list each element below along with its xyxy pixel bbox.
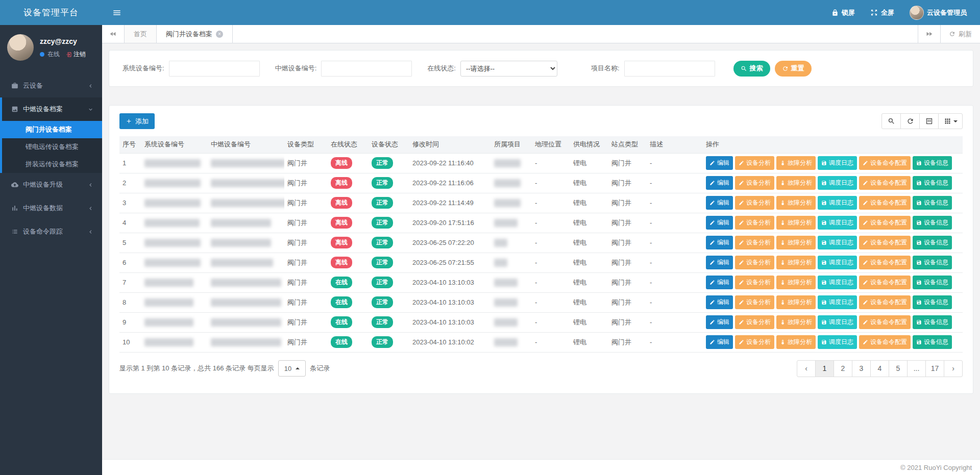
action-info-button[interactable]: 调度日志	[818, 216, 857, 230]
sidebar-subitem[interactable]: 拼装远传设备档案	[2, 156, 102, 173]
action-success-button[interactable]: 设备信息	[913, 276, 952, 289]
sidebar-subitem[interactable]: 锂电远传设备档案	[2, 138, 102, 156]
action-warning-button[interactable]: 设备命令配置	[859, 156, 911, 170]
action-info-button[interactable]: 调度日志	[818, 176, 857, 190]
cn-device-no-input[interactable]	[321, 61, 412, 77]
tab-valve-well-archive[interactable]: 阀门井设备档案 ×	[157, 25, 233, 43]
search-button[interactable]: 搜索	[733, 61, 770, 77]
action-success-button[interactable]: 设备信息	[913, 196, 952, 210]
action-warning-button[interactable]: 故障分析	[776, 295, 816, 309]
action-warning-button[interactable]: 设备分析	[735, 216, 774, 230]
action-info-button[interactable]: 调度日志	[818, 196, 857, 210]
action-warning-button[interactable]: 设备分析	[735, 315, 774, 329]
action-warning-button[interactable]: 设备分析	[735, 276, 774, 289]
sidebar-item[interactable]: 云设备	[0, 74, 102, 97]
project-name-input[interactable]	[624, 61, 715, 77]
action-primary-button[interactable]: 编辑	[706, 196, 733, 210]
action-success-button[interactable]: 设备信息	[913, 176, 952, 190]
avatar[interactable]	[7, 34, 34, 61]
table-search-button[interactable]	[881, 113, 901, 129]
action-warning-button[interactable]: 设备命令配置	[859, 256, 911, 269]
action-success-button[interactable]: 设备信息	[913, 156, 952, 170]
action-warning-button[interactable]: 设备命令配置	[859, 335, 911, 349]
page-button[interactable]: 17	[925, 360, 944, 377]
page-prev-button[interactable]: ‹	[797, 360, 816, 377]
action-warning-button[interactable]: 设备命令配置	[859, 196, 911, 210]
online-status-select[interactable]: --请选择--	[460, 61, 557, 77]
action-success-button[interactable]: 设备信息	[913, 335, 952, 349]
add-button[interactable]: 添加	[119, 113, 155, 129]
action-primary-button[interactable]: 编辑	[706, 276, 733, 289]
action-warning-button[interactable]: 设备命令配置	[859, 315, 911, 329]
action-warning-button[interactable]: 设备命令配置	[859, 176, 911, 190]
sidebar-subitem[interactable]: 阀门井设备档案	[2, 121, 102, 138]
sidebar-item[interactable]: 中燃设备档案	[2, 97, 102, 121]
close-icon[interactable]: ×	[216, 31, 223, 38]
action-warning-button[interactable]: 故障分析	[776, 276, 816, 289]
action-warning-button[interactable]: 设备命令配置	[859, 276, 911, 289]
page-button[interactable]: 2	[834, 360, 852, 377]
action-warning-button[interactable]: 故障分析	[776, 216, 816, 230]
action-warning-button[interactable]: 设备分析	[735, 236, 774, 249]
action-primary-button[interactable]: 编辑	[706, 216, 733, 230]
action-warning-button[interactable]: 设备分析	[735, 156, 774, 170]
action-info-button[interactable]: 调度日志	[818, 236, 857, 249]
page-button[interactable]: ...	[907, 360, 926, 377]
sidebar-item[interactable]: 中燃设备升级	[0, 173, 102, 196]
action-success-button[interactable]: 设备信息	[913, 236, 952, 249]
table-detail-view-button[interactable]	[919, 113, 939, 129]
page-button[interactable]: 5	[889, 360, 908, 377]
table-refresh-button[interactable]	[900, 113, 920, 129]
system-device-no-input[interactable]	[169, 61, 260, 77]
action-primary-button[interactable]: 编辑	[706, 256, 733, 269]
action-warning-button[interactable]: 设备分析	[735, 176, 774, 190]
action-primary-button[interactable]: 编辑	[706, 295, 733, 309]
action-success-button[interactable]: 设备信息	[913, 216, 952, 230]
tabs-scroll-right-button[interactable]	[918, 25, 940, 43]
fullscreen-button[interactable]: 全屏	[870, 8, 894, 17]
action-warning-button[interactable]: 故障分析	[776, 196, 816, 210]
page-button[interactable]: 4	[870, 360, 889, 377]
sidebar-item[interactable]: 中燃设备数据	[0, 196, 102, 220]
action-info-button[interactable]: 调度日志	[818, 156, 857, 170]
action-warning-button[interactable]: 设备命令配置	[859, 216, 911, 230]
action-warning-button[interactable]: 设备命令配置	[859, 236, 911, 249]
action-warning-button[interactable]: 设备分析	[735, 256, 774, 269]
action-warning-button[interactable]: 故障分析	[776, 335, 816, 349]
sidebar-item[interactable]: 设备命令跟踪	[0, 220, 102, 243]
action-warning-button[interactable]: 设备分析	[735, 295, 774, 309]
action-warning-button[interactable]: 故障分析	[776, 315, 816, 329]
page-button[interactable]: 1	[815, 360, 834, 377]
action-warning-button[interactable]: 设备分析	[735, 335, 774, 349]
action-success-button[interactable]: 设备信息	[913, 315, 952, 329]
action-warning-button[interactable]: 故障分析	[776, 176, 816, 190]
reset-button[interactable]: 重置	[775, 61, 812, 77]
table-columns-button[interactable]	[938, 113, 963, 129]
action-info-button[interactable]: 调度日志	[818, 276, 857, 289]
action-primary-button[interactable]: 编辑	[706, 156, 733, 170]
action-warning-button[interactable]: 故障分析	[776, 256, 816, 269]
sidebar-toggle-icon[interactable]	[112, 8, 121, 17]
action-primary-button[interactable]: 编辑	[706, 335, 733, 349]
action-primary-button[interactable]: 编辑	[706, 315, 733, 329]
lock-screen-button[interactable]: 锁屏	[831, 8, 855, 17]
action-info-button[interactable]: 调度日志	[818, 256, 857, 269]
page-size-dropdown[interactable]: 10	[278, 360, 306, 377]
action-warning-button[interactable]: 设备命令配置	[859, 295, 911, 309]
action-warning-button[interactable]: 故障分析	[776, 236, 816, 249]
user-menu[interactable]: 云设备管理员	[910, 6, 967, 20]
action-primary-button[interactable]: 编辑	[706, 176, 733, 190]
tabs-scroll-left-button[interactable]	[102, 25, 125, 43]
page-button[interactable]: 3	[852, 360, 871, 377]
action-warning-button[interactable]: 故障分析	[776, 156, 816, 170]
action-info-button[interactable]: 调度日志	[818, 335, 857, 349]
tab-home[interactable]: 首页	[125, 25, 157, 43]
action-info-button[interactable]: 调度日志	[818, 295, 857, 309]
action-success-button[interactable]: 设备信息	[913, 256, 952, 269]
action-warning-button[interactable]: 设备分析	[735, 196, 774, 210]
logout-button[interactable]: 注销	[66, 50, 86, 59]
action-info-button[interactable]: 调度日志	[818, 315, 857, 329]
page-next-button[interactable]: ›	[944, 360, 963, 377]
action-success-button[interactable]: 设备信息	[913, 295, 952, 309]
tab-refresh-button[interactable]: 刷新	[940, 25, 980, 43]
